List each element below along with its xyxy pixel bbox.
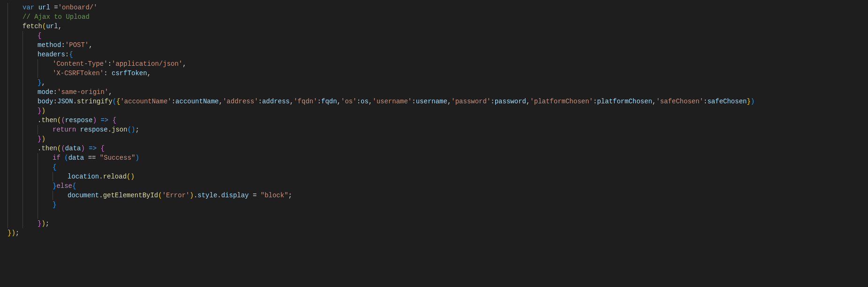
code-line[interactable]: mode:'same-origin', xyxy=(0,87,868,97)
code-line[interactable]: headers:{ xyxy=(0,50,868,59)
code-line[interactable]: }, xyxy=(0,78,868,87)
indent-guides xyxy=(0,31,38,40)
code-line[interactable]: .then((respose) => { xyxy=(0,116,868,125)
code-content: method:'POST', xyxy=(38,40,93,50)
code-content: document.getElementById('Error').style.d… xyxy=(68,191,292,200)
code-line[interactable]: { xyxy=(0,31,868,40)
code-content: 'X-CSRFToken': csrfToken, xyxy=(53,69,151,78)
code-line[interactable]: 'X-CSRFToken': csrfToken, xyxy=(0,69,868,78)
code-line[interactable]: }) xyxy=(0,134,868,144)
indent-guides xyxy=(0,153,53,163)
code-content: headers:{ xyxy=(38,50,73,59)
code-line[interactable]: { xyxy=(0,163,868,172)
code-content: }); xyxy=(38,219,49,228)
indent-guides xyxy=(0,116,38,125)
code-line[interactable]: }) xyxy=(0,106,868,116)
code-line[interactable]: body:JSON.stringify({'accountName':accou… xyxy=(0,97,868,106)
indent-guides xyxy=(0,191,68,200)
indent-guides xyxy=(0,209,53,219)
indent-guides xyxy=(0,163,53,172)
code-editor[interactable]: var url ='onboard/'// Ajax to Uploadfetc… xyxy=(0,0,868,238)
code-content: .then((respose) => { xyxy=(38,116,116,125)
code-content: location.reload() xyxy=(68,172,135,181)
code-content: }else{ xyxy=(53,181,76,191)
indent-guides xyxy=(0,59,53,69)
indent-guides xyxy=(0,87,38,97)
code-content: }) xyxy=(38,134,45,144)
indent-guides xyxy=(0,78,38,87)
indent-guides xyxy=(0,50,38,59)
indent-guides xyxy=(0,106,38,116)
indent-guides xyxy=(0,134,38,144)
code-line[interactable]: location.reload() xyxy=(0,172,868,181)
code-content: }); xyxy=(8,228,19,238)
code-line[interactable]: }); xyxy=(0,219,868,228)
code-content: body:JSON.stringify({'accountName':accou… xyxy=(38,97,755,106)
code-line[interactable] xyxy=(0,209,868,219)
code-line[interactable]: 'Content-Type':'application/json', xyxy=(0,59,868,69)
code-content: // Ajax to Upload xyxy=(23,12,90,22)
code-line[interactable]: document.getElementById('Error').style.d… xyxy=(0,191,868,200)
code-line[interactable]: method:'POST', xyxy=(0,40,868,50)
code-line[interactable]: // Ajax to Upload xyxy=(0,12,868,22)
code-content: if (data == "Success") xyxy=(53,153,139,163)
code-content: }, xyxy=(38,78,45,87)
code-line[interactable]: return respose.json(); xyxy=(0,125,868,134)
code-line[interactable]: } xyxy=(0,200,868,209)
code-line[interactable]: .then((data) => { xyxy=(0,144,868,153)
indent-guides xyxy=(0,12,23,22)
indent-guides xyxy=(0,181,53,191)
indent-guides xyxy=(0,125,53,134)
code-content: } xyxy=(53,200,56,209)
code-line[interactable]: var url ='onboard/' xyxy=(0,3,868,12)
code-content: fetch(url, xyxy=(23,22,62,31)
code-content: { xyxy=(53,163,56,172)
code-line[interactable]: fetch(url, xyxy=(0,22,868,31)
indent-guides xyxy=(0,219,38,228)
code-line[interactable]: if (data == "Success") xyxy=(0,153,868,163)
code-content: { xyxy=(38,31,41,40)
indent-guides xyxy=(0,200,53,209)
indent-guides xyxy=(0,22,23,31)
indent-guides xyxy=(0,3,23,12)
code-line[interactable]: }else{ xyxy=(0,181,868,191)
code-content: }) xyxy=(38,106,45,116)
indent-guides xyxy=(0,172,68,181)
code-content: 'Content-Type':'application/json', xyxy=(53,59,187,69)
indent-guides xyxy=(0,144,38,153)
indent-guides xyxy=(0,97,38,106)
code-line[interactable]: }); xyxy=(0,228,868,238)
code-content: var url ='onboard/' xyxy=(23,3,98,12)
code-content: mode:'same-origin', xyxy=(38,87,113,97)
indent-guides xyxy=(0,69,53,78)
code-content: .then((data) => { xyxy=(38,144,105,153)
indent-guides xyxy=(0,40,38,50)
code-content: return respose.json(); xyxy=(53,125,139,134)
